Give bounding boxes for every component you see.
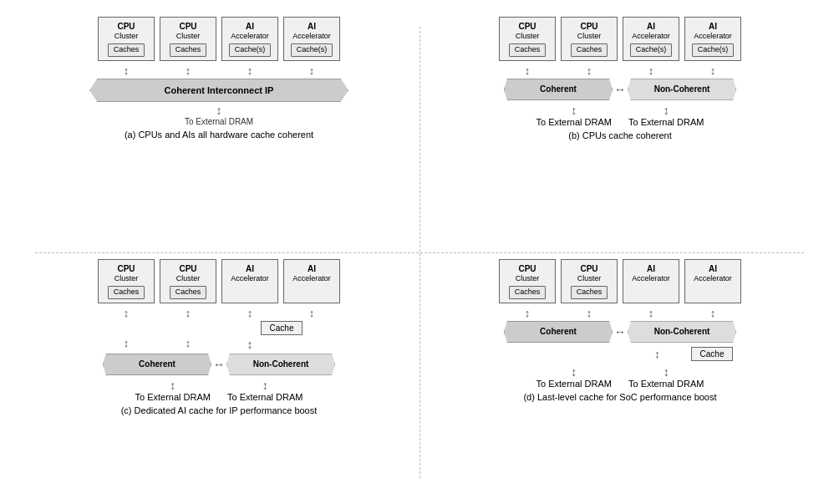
ai-accelerator-d2: AI Accelerator bbox=[684, 259, 741, 303]
vert-arrows-c-mid: ↕ ↕ ↕ bbox=[98, 338, 340, 351]
unit-sub: Accelerator bbox=[292, 32, 331, 42]
ai-accelerator-b2: AI Accelerator Cache(s) bbox=[684, 17, 741, 61]
unit-sub: Accelerator bbox=[231, 32, 269, 42]
cpu-cluster-d1: CPU Cluster Caches bbox=[499, 259, 556, 303]
arrow-c2: ↕ bbox=[160, 308, 216, 318]
arrow-c3: ↕ bbox=[221, 308, 278, 318]
dram-label-c-left: To External DRAM bbox=[135, 392, 211, 402]
arrow-2: ↕ bbox=[160, 65, 216, 76]
unit-title: AI bbox=[647, 263, 655, 274]
unit-sub: Cluster bbox=[577, 32, 602, 42]
noncoherent-banner-b: Non-Coherent bbox=[628, 79, 736, 100]
arrow-d1: ↕ bbox=[499, 308, 556, 318]
ai-accelerator-d1: AI Accelerator bbox=[623, 259, 679, 303]
noncoherent-label-b: Non-Coherent bbox=[654, 84, 710, 94]
dram-label-d-left: To External DRAM bbox=[536, 379, 612, 389]
coherent-label-d: Coherent bbox=[540, 327, 577, 336]
cpu-cluster-d2: CPU Cluster Caches bbox=[561, 259, 618, 303]
arrow-d3: ↕ bbox=[623, 308, 679, 318]
main-diagram-container: CPU Cluster Caches CPU Cluster Caches AI… bbox=[18, 10, 821, 495]
cpu-cluster-1: CPU Cluster Caches bbox=[98, 17, 155, 61]
unit-sub: Accelerator bbox=[231, 274, 269, 284]
arrow-b2: ↕ bbox=[561, 65, 618, 76]
shared-cache-row-d: ↕ Cache bbox=[507, 345, 734, 363]
coherent-banner-d: Coherent bbox=[504, 321, 613, 343]
unit-sub: Accelerator bbox=[694, 32, 732, 42]
vert-arrows-c-top: ↕ ↕ ↕ ↕ bbox=[98, 308, 340, 318]
caption-c: (c) Dedicated AI cache for IP performanc… bbox=[121, 405, 318, 415]
arrow-d2: ↕ bbox=[561, 308, 618, 318]
unit-title: CPU bbox=[518, 263, 536, 274]
caption-a: (a) CPUs and AIs all hardware cache cohe… bbox=[125, 130, 313, 140]
diagram-a: CPU Cluster Caches CPU Cluster Caches AI… bbox=[18, 10, 420, 252]
ai-accelerator-b1: AI Accelerator Cache(s) bbox=[623, 17, 679, 61]
cpu-cluster-2: CPU Cluster Caches bbox=[160, 17, 216, 61]
cache-chip: Cache(s) bbox=[692, 43, 735, 57]
diagram-c: CPU Cluster Caches CPU Cluster Caches AI… bbox=[18, 252, 420, 495]
arrow-3: ↕ bbox=[221, 65, 278, 76]
cache-chip: Caches bbox=[108, 43, 145, 57]
cpu-cluster-b1: CPU Cluster Caches bbox=[499, 17, 556, 61]
unit-title: AI bbox=[246, 21, 254, 32]
diagram-b: CPU Cluster Caches CPU Cluster Caches AI… bbox=[420, 10, 821, 252]
unit-title: AI bbox=[709, 263, 717, 274]
caption-d: (d) Last-level cache for SoC performance… bbox=[523, 392, 716, 402]
unit-title: AI bbox=[308, 21, 316, 32]
banners-row-b: Coherent ↔ Non-Coherent bbox=[504, 79, 736, 100]
dram-arrow-icon: ↕ bbox=[571, 365, 577, 379]
vert-arrows-a: ↕ ↕ ↕ ↕ bbox=[98, 65, 340, 76]
unit-sub: Cluster bbox=[516, 274, 540, 284]
dram-left-c: ↕ To External DRAM bbox=[135, 379, 211, 402]
dram-right-d: ↕ To External DRAM bbox=[628, 365, 704, 389]
dram-row-d: ↕ To External DRAM ↕ To External DRAM bbox=[536, 365, 704, 389]
arrow-c-mid3: ↕ bbox=[221, 338, 278, 351]
unit-sub: Accelerator bbox=[292, 274, 331, 284]
arrow-c1: ↕ bbox=[98, 308, 155, 318]
dram-arrow-icon: ↕ bbox=[664, 365, 669, 379]
banner-arrow-c: ↔ bbox=[213, 358, 225, 371]
dram-arrow-icon: ↕ bbox=[571, 104, 577, 117]
cpu-cluster-c2: CPU Cluster Caches bbox=[160, 259, 216, 303]
unit-sub: Cluster bbox=[114, 274, 139, 284]
shared-cache-d: Cache bbox=[691, 347, 734, 361]
unit-title: AI bbox=[709, 21, 717, 32]
arrow-4: ↕ bbox=[283, 65, 340, 76]
unit-title: CPU bbox=[179, 263, 196, 274]
arrow-b4: ↕ bbox=[684, 65, 741, 76]
ai-accelerator-2: AI Accelerator Cache(s) bbox=[283, 17, 340, 61]
noncoherent-label-d: Non-Coherent bbox=[654, 327, 710, 336]
dram-label-a: To External DRAM bbox=[185, 117, 253, 126]
cache-chip: Cache(s) bbox=[229, 43, 272, 57]
cache-chip: Caches bbox=[509, 286, 547, 299]
noncoherent-banner-c: Non-Coherent bbox=[226, 354, 335, 375]
dram-arrow-icon: ↕ bbox=[262, 379, 268, 392]
arrow-d4: ↕ bbox=[684, 308, 741, 318]
unit-title: CPU bbox=[179, 21, 196, 32]
cpu-cluster-b2: CPU Cluster Caches bbox=[561, 17, 618, 61]
cache-chip: Cache(s) bbox=[291, 43, 333, 57]
vert-arrows-b: ↕ ↕ ↕ ↕ bbox=[499, 65, 741, 76]
cache-chip: Caches bbox=[571, 43, 608, 57]
interconnect-label: Coherent Interconnect IP bbox=[165, 85, 274, 95]
units-row-d: CPU Cluster Caches CPU Cluster Caches AI… bbox=[499, 259, 741, 303]
caption-b: (b) CPUs cache coherent bbox=[568, 130, 672, 140]
coherent-label-b: Coherent bbox=[540, 84, 577, 94]
dram-right-b: ↕ To External DRAM bbox=[628, 104, 704, 127]
coherent-interconnect-ip-banner: Coherent Interconnect IP bbox=[89, 79, 348, 102]
unit-title: CPU bbox=[580, 263, 597, 274]
cpu-cluster-c1: CPU Cluster Caches bbox=[98, 259, 155, 303]
ai-cache-c1: Cache bbox=[261, 321, 303, 335]
dram-left-b: ↕ To External DRAM bbox=[536, 104, 612, 127]
coherent-label-c: Coherent bbox=[139, 359, 175, 369]
unit-title: CPU bbox=[518, 21, 536, 32]
dram-label-d-right: To External DRAM bbox=[628, 379, 704, 389]
unit-title: CPU bbox=[580, 21, 597, 32]
noncoherent-banner-d: Non-Coherent bbox=[628, 321, 736, 343]
banners-row-c: Coherent ↔ Non-Coherent bbox=[103, 354, 335, 375]
unit-title: AI bbox=[308, 263, 316, 274]
cache-chip: Caches bbox=[170, 286, 207, 299]
unit-sub: Accelerator bbox=[694, 274, 732, 284]
unit-title: CPU bbox=[117, 21, 135, 32]
dram-arrow-a: ↕ To External DRAM bbox=[185, 104, 253, 126]
vert-arrows-d-top: ↕ ↕ ↕ ↕ bbox=[499, 308, 741, 318]
